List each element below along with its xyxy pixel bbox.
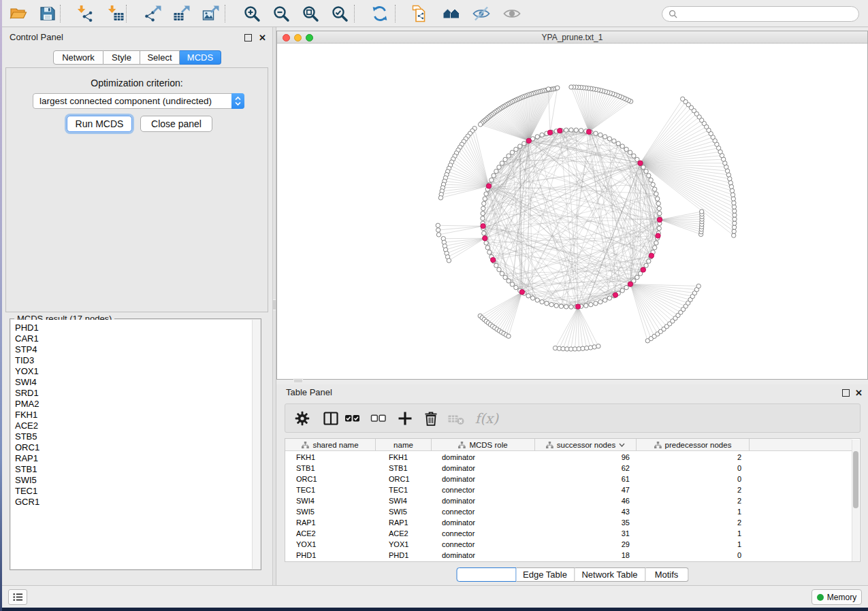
tab-edge-table[interactable]: Edge Table xyxy=(516,567,575,582)
horizontal-splitter-grabber[interactable] xyxy=(293,378,303,383)
table-row[interactable]: SWI5SWI5connector431 xyxy=(285,506,852,517)
desktop: { "toolbar": { "groups": [ ["open-file",… xyxy=(0,0,868,611)
tab-mcds[interactable]: MCDS xyxy=(180,50,221,65)
mcds-result-node[interactable]: SRD1 xyxy=(15,388,252,399)
network-window-titlebar[interactable]: YPA_prune.txt_1 xyxy=(277,31,867,44)
network-canvas[interactable] xyxy=(277,44,867,379)
deselect-all-button[interactable] xyxy=(369,409,388,428)
run-mcds-button[interactable]: Run MCDS xyxy=(67,116,132,132)
panel-menu-button[interactable] xyxy=(8,589,27,605)
save-session-button[interactable] xyxy=(37,3,58,24)
mcds-result-groupbox: MCDS result (17 nodes) PHD1CAR1STP4TID3Y… xyxy=(10,318,261,570)
network-window-title: YPA_prune.txt_1 xyxy=(277,33,867,42)
main-toolbar xyxy=(2,0,868,27)
table-row[interactable]: FKH1FKH1dominator962 xyxy=(285,452,852,463)
column-header-successor-nodes[interactable]: successor nodes xyxy=(535,439,637,451)
zoom-selected-button[interactable] xyxy=(329,3,350,24)
mcds-result-node[interactable]: ACE2 xyxy=(15,420,252,431)
node-table-body: FKH1FKH1dominator962STB1STB1dominator620… xyxy=(285,452,852,561)
table-panel-title: Table Panel xyxy=(286,387,332,397)
node-table-scrollbar-thumb[interactable] xyxy=(853,451,858,508)
open-file-button[interactable] xyxy=(8,3,29,24)
mcds-result-node[interactable]: PHD1 xyxy=(15,323,252,333)
tab-select[interactable]: Select xyxy=(140,50,180,65)
status-bar: Memory xyxy=(2,585,868,608)
mcds-result-scrollbar[interactable] xyxy=(252,320,260,569)
export-network-button[interactable] xyxy=(143,3,163,24)
mcds-result-node[interactable]: YOX1 xyxy=(15,366,252,377)
function-builder-button[interactable]: f(x) xyxy=(477,409,496,428)
tab-network[interactable]: Network xyxy=(53,50,103,65)
table-row[interactable]: ACE2ACE2connector311 xyxy=(285,528,852,539)
column-header-MCDS-role[interactable]: MCDS role xyxy=(432,439,535,451)
mcds-result-node[interactable]: STP4 xyxy=(15,344,252,355)
tab-network-table[interactable]: Network Table xyxy=(575,567,645,582)
toolbar-separator xyxy=(60,5,61,22)
tab-motifs[interactable]: Motifs xyxy=(645,567,688,582)
memory-status-icon xyxy=(817,594,824,601)
fx-icon: f(x) xyxy=(475,410,498,427)
column-header-name[interactable]: name xyxy=(376,439,432,451)
mcds-result-node[interactable]: SWI4 xyxy=(15,377,252,388)
import-network-button[interactable] xyxy=(75,3,95,24)
tab-node-table[interactable]: Node Table xyxy=(456,567,516,582)
column-header-shared-name[interactable]: shared name xyxy=(285,439,376,451)
mcds-result-node[interactable]: FKH1 xyxy=(15,410,252,420)
mcds-result-list[interactable]: PHD1CAR1STP4TID3YOX1SWI4SRD1PMA2FKH1ACE2… xyxy=(11,320,252,569)
search-field[interactable] xyxy=(662,6,859,22)
hide-selected-button[interactable] xyxy=(471,3,492,24)
list-icon xyxy=(12,591,24,603)
new-network-from-selection-button[interactable] xyxy=(408,3,429,24)
split-columns-button[interactable] xyxy=(321,409,340,428)
import-table-button[interactable] xyxy=(106,3,126,24)
delete-table-button[interactable] xyxy=(447,409,466,428)
table-row[interactable]: YOX1YOX1connector291 xyxy=(285,539,852,550)
control-panel-title: Control Panel xyxy=(10,32,63,42)
tab-style[interactable]: Style xyxy=(103,50,140,65)
mcds-result-node[interactable]: STB1 xyxy=(15,464,252,475)
first-neighbors-button[interactable] xyxy=(441,3,462,24)
search-input[interactable] xyxy=(678,7,858,20)
export-image-button[interactable] xyxy=(201,3,221,24)
show-all-button[interactable] xyxy=(502,3,522,24)
vertical-splitter-grabber[interactable] xyxy=(273,299,276,310)
mcds-result-node[interactable]: TEC1 xyxy=(15,486,252,497)
table-row[interactable]: TEC1TEC1connector472 xyxy=(285,484,852,495)
delete-column-button[interactable] xyxy=(421,409,440,428)
zoom-fit-button[interactable] xyxy=(300,3,321,24)
mcds-result-node[interactable]: SWI5 xyxy=(15,475,252,486)
mcds-result-node[interactable]: TID3 xyxy=(15,355,252,366)
zoom-in-button[interactable] xyxy=(242,3,262,24)
zoom-out-button[interactable] xyxy=(271,3,291,24)
close-panel-button[interactable]: Close panel xyxy=(140,116,212,132)
table-row[interactable]: SWI4SWI4dominator462 xyxy=(285,495,852,506)
table-panel-close-icon[interactable]: ✕ xyxy=(855,389,863,397)
table-panel-tabs: Node TableEdge TableNetwork TableMotifs xyxy=(456,567,688,582)
mcds-result-node[interactable]: RAP1 xyxy=(15,453,252,464)
refresh-network-button[interactable] xyxy=(370,3,390,24)
mcds-result-node[interactable]: GCR1 xyxy=(15,497,252,508)
gear-button[interactable] xyxy=(293,409,312,428)
mcds-result-node[interactable]: PMA2 xyxy=(15,399,252,410)
table-row[interactable]: STB1STB1dominator620 xyxy=(285,463,852,474)
select-all-button[interactable] xyxy=(343,409,362,428)
control-panel-float-icon[interactable] xyxy=(244,34,252,42)
cytoscape-window: Control Panel ✕ NetworkStyleSelectMCDS O… xyxy=(2,0,868,608)
add-column-button[interactable] xyxy=(396,409,415,428)
table-row[interactable]: ORC1ORC1dominator610 xyxy=(285,474,852,484)
table-row[interactable]: PHD1PHD1dominator180 xyxy=(285,550,852,561)
mcds-result-node[interactable]: STB5 xyxy=(15,431,252,442)
column-header-predecessor-nodes[interactable]: predecessor nodes xyxy=(637,439,750,451)
node-table-scrollbar[interactable] xyxy=(852,440,859,561)
mcds-result-node[interactable]: ORC1 xyxy=(15,442,252,453)
node-table: shared namenameMCDS rolesuccessor nodesp… xyxy=(285,438,861,562)
select-stepper-icon xyxy=(231,93,244,109)
mcds-result-node[interactable]: CAR1 xyxy=(15,333,252,344)
org-icon xyxy=(654,442,662,448)
memory-button[interactable]: Memory xyxy=(811,589,862,605)
criterion-select[interactable]: largest connected component (undirected) xyxy=(33,93,244,109)
table-row[interactable]: RAP1RAP1dominator352 xyxy=(285,517,852,528)
control-panel-close-icon[interactable]: ✕ xyxy=(259,34,266,42)
export-table-button[interactable] xyxy=(172,3,192,24)
table-panel-float-icon[interactable] xyxy=(842,389,850,397)
